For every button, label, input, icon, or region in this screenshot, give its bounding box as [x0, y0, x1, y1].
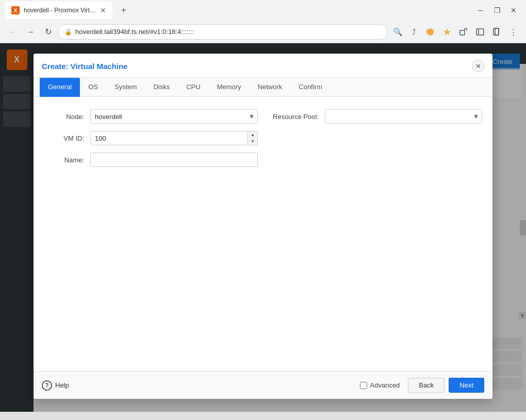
forward-nav-button[interactable]: → [23, 24, 38, 40]
svg-marker-0 [443, 28, 451, 36]
toolbar-icons: 🔍 ⤴ [390, 24, 521, 40]
footer-right: Advanced Back Next [360, 378, 484, 393]
next-button[interactable]: Next [449, 378, 484, 393]
window-controls: ─ ❒ ✕ [473, 3, 521, 18]
node-label: Node: [44, 113, 90, 121]
share-icon[interactable]: ⤴ [406, 24, 422, 40]
name-label: Name: [44, 156, 90, 164]
modal-backdrop: Create: Virtual Machine ✕ General OS Sys… [0, 43, 526, 412]
name-input[interactable] [90, 153, 258, 167]
form-right-column: Resource Pool: ▼ [268, 109, 482, 167]
restore-button[interactable]: ❒ [490, 3, 504, 18]
help-label: Help [55, 381, 69, 389]
node-field-group: Node: hoverdell ▼ [44, 109, 258, 124]
menu-icon[interactable]: ⋮ [505, 24, 521, 40]
modal-header: Create: Virtual Machine ✕ [34, 54, 492, 78]
tab-disks[interactable]: Disks [145, 78, 178, 97]
modal-title: Create: Virtual Machine [42, 62, 127, 71]
close-button[interactable]: ✕ [506, 3, 521, 18]
modal-tabs: General OS System Disks CPU Memory Netwo… [34, 78, 492, 97]
tab-network[interactable]: Network [250, 78, 291, 97]
modal-close-button[interactable]: ✕ [472, 60, 484, 72]
reload-button[interactable]: ↻ [40, 24, 56, 40]
node-select[interactable]: hoverdell [90, 109, 258, 124]
resource-pool-label: Resource Pool: [268, 113, 325, 121]
tab-memory[interactable]: Memory [209, 78, 250, 97]
vmid-increment-button[interactable]: ▲ [248, 131, 257, 138]
brave-shield-icon[interactable] [423, 24, 438, 40]
vmid-label: VM ID: [44, 135, 90, 142]
sidebar-icon[interactable] [472, 24, 488, 40]
tab-confirm[interactable]: Confirm [290, 78, 331, 97]
svg-rect-4 [494, 28, 499, 35]
help-button[interactable]: ? Help [42, 380, 69, 391]
favicon-letter: X [14, 8, 18, 13]
svg-rect-1 [460, 30, 465, 35]
help-icon: ? [42, 380, 52, 391]
vmid-spinner-buttons: ▲ ▼ [248, 131, 258, 145]
extension-icon[interactable] [456, 24, 471, 40]
address-bar[interactable]: 🔒 hoverdell.tail394bf.ts.net/#v1:0:18:4:… [58, 24, 388, 40]
address-lock-icon: 🔒 [64, 28, 72, 36]
reading-list-icon[interactable] [489, 24, 504, 40]
svg-rect-2 [476, 29, 484, 35]
tab-system[interactable]: System [106, 78, 145, 97]
resource-pool-select-wrapper: ▼ [325, 109, 482, 124]
vmid-input[interactable] [90, 131, 248, 145]
tab-close-button[interactable]: ✕ [100, 6, 106, 14]
tab-title: hoverdell - Proxmox Virt… [24, 7, 96, 14]
advanced-checkbox[interactable] [360, 382, 367, 389]
vmid-spinner-wrapper: ▲ ▼ [90, 131, 258, 145]
advanced-section: Advanced [360, 381, 400, 389]
vmid-field-group: VM ID: ▲ ▼ [44, 131, 258, 145]
browser-toolbar: ← → ↻ 🔒 hoverdell.tail394bf.ts.net/#v1:0… [0, 21, 526, 43]
name-field-group: Name: [44, 153, 258, 167]
brave-rewards-icon[interactable] [439, 24, 455, 40]
browser-tab[interactable]: X hoverdell - Proxmox Virt… ✕ [5, 2, 112, 19]
browser-title-bar: X hoverdell - Proxmox Virt… ✕ + ─ ❒ ✕ [0, 0, 526, 21]
minimize-button[interactable]: ─ [473, 3, 488, 18]
zoom-icon[interactable]: 🔍 [390, 24, 405, 40]
browser-chrome: X hoverdell - Proxmox Virt… ✕ + ─ ❒ ✕ ← … [0, 0, 526, 43]
create-vm-modal: Create: Virtual Machine ✕ General OS Sys… [34, 54, 492, 399]
svg-rect-5 [495, 28, 499, 35]
tab-general[interactable]: General [40, 78, 80, 97]
address-text: hoverdell.tail394bf.ts.net/#v1:0:18:4:::… [75, 28, 381, 36]
tab-os[interactable]: OS [80, 78, 106, 97]
resource-pool-field-group: Resource Pool: ▼ [268, 109, 482, 124]
node-select-wrapper: hoverdell ▼ [90, 109, 258, 124]
back-nav-button[interactable]: ← [5, 24, 21, 40]
tab-favicon: X [11, 6, 20, 14]
modal-body: Node: hoverdell ▼ VM ID: [34, 97, 492, 371]
new-tab-button[interactable]: + [117, 3, 131, 18]
tab-cpu[interactable]: CPU [178, 78, 208, 97]
resource-pool-select[interactable] [325, 109, 482, 124]
form-left-column: Node: hoverdell ▼ VM ID: [44, 109, 258, 167]
vmid-decrement-button[interactable]: ▼ [248, 138, 257, 145]
back-button[interactable]: Back [408, 378, 445, 393]
modal-footer: ? Help Advanced Back Next [34, 371, 492, 399]
page-content: X Create Ta... St... Ap... An... ▼ [0, 43, 526, 412]
advanced-label[interactable]: Advanced [370, 381, 400, 389]
